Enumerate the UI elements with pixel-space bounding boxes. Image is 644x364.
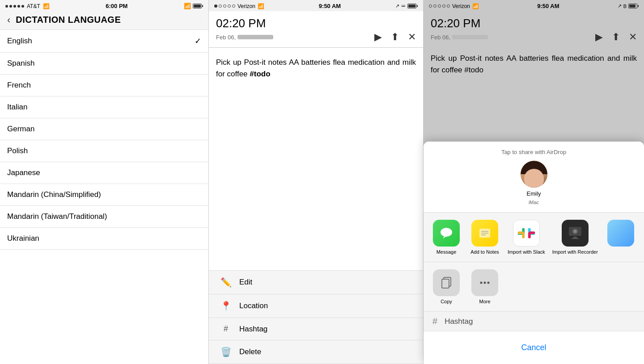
airdrop-section: Tap to share with AirDrop Emily iMac — [424, 142, 644, 213]
copy-action-item[interactable]: Copy — [431, 269, 462, 304]
app-item-slack[interactable]: Import with Slack — [508, 220, 545, 255]
svg-rect-12 — [522, 232, 525, 238]
share-button[interactable]: ⬆ — [391, 31, 399, 43]
status-left-3: Verizon 📶 — [429, 3, 479, 9]
dictation-language-panel: AT&T 📶 6:00 PM 📶 ‹ DICTATION LANGUAGE En… — [0, 0, 209, 364]
play-button-3[interactable]: ▶ — [595, 31, 603, 43]
airdrop-label: Tap to share with AirDrop — [431, 149, 637, 155]
bluetooth-icon: 📶 — [184, 3, 191, 9]
share-button-3[interactable]: ⬆ — [612, 31, 620, 43]
close-button[interactable]: ✕ — [408, 31, 416, 43]
edit-icon: ✏️ — [220, 277, 232, 288]
contact-device: iMac — [529, 200, 539, 205]
signal-dot-empty — [232, 4, 235, 8]
signal-dot — [17, 5, 20, 8]
notes-app-label: Add to Notes — [470, 249, 499, 255]
hashtag-label-partial: Hashtag — [445, 317, 473, 326]
language-name: Italian — [7, 103, 27, 112]
language-name: Polish — [7, 146, 28, 155]
more-action-item[interactable]: More — [469, 269, 500, 304]
avatar-face — [521, 161, 547, 188]
message-app-icon — [433, 220, 460, 247]
language-item-french[interactable]: French — [0, 75, 208, 96]
recorder-app-label: Import with Recorder — [552, 249, 598, 255]
language-item-mandarin-(china/simplified)[interactable]: Mandarin (China/Simplified) — [0, 184, 208, 206]
app-item-recorder[interactable]: Import with Recorder — [552, 220, 598, 255]
memo-content-2: Pick up Post-it notes AA batteries flea … — [209, 48, 423, 270]
language-item-ukrainian[interactable]: Ukrainian — [0, 228, 208, 250]
carrier-label-3: Verizon — [452, 3, 470, 9]
language-item-mandarin-(taiwan/traditional)[interactable]: Mandarin (Taiwan/Traditional) — [0, 206, 208, 228]
memo-header-2: 02:20 PM Feb 06, ▶ ⬆ ✕ — [209, 11, 423, 48]
hashtag-label: Hashtag — [239, 325, 267, 334]
language-item-spanish[interactable]: Spanish — [0, 53, 208, 75]
language-item-polish[interactable]: Polish — [0, 140, 208, 162]
close-button-3[interactable]: ✕ — [629, 31, 637, 43]
edit-action[interactable]: ✏️ Edit — [209, 271, 423, 294]
signal-dot-filled — [214, 4, 217, 8]
cancel-section: Cancel — [424, 331, 644, 364]
signal-dot-empty — [442, 4, 445, 8]
delete-action[interactable]: 🗑️ Delete — [209, 340, 423, 364]
status-bar-1: AT&T 📶 6:00 PM 📶 — [0, 0, 208, 11]
signal-dot — [9, 5, 12, 8]
app-item-message[interactable]: Message — [431, 220, 462, 255]
avatar-face-skin — [524, 169, 544, 188]
location-icon: ↗ — [395, 3, 399, 9]
more-icon-box — [471, 269, 498, 296]
memo-date-blur-3 — [452, 35, 488, 39]
back-button[interactable]: ‹ — [7, 15, 10, 25]
status-bar-2: Verizon 📶 9:50 AM ↗ 𝌃 — [209, 0, 423, 11]
app-item-notes[interactable]: Add to Notes — [469, 220, 500, 255]
location-label: Location — [239, 301, 268, 310]
signal-dot-empty — [228, 4, 231, 8]
hashtag-action-partial: # Hashtag — [424, 312, 644, 331]
play-button[interactable]: ▶ — [374, 31, 382, 43]
wifi-icon-2: 📶 — [258, 3, 264, 9]
language-name: Spanish — [7, 59, 34, 68]
status-bar-3: Verizon 📶 9:50 AM ↗ B — [424, 0, 644, 11]
svg-point-24 — [487, 282, 490, 284]
signal-dot — [21, 5, 24, 8]
voice-memo-panel: Verizon 📶 9:50 AM ↗ 𝌃 02:20 PM Feb 06, ▶ — [209, 0, 424, 364]
svg-point-22 — [480, 282, 483, 284]
svg-rect-18 — [573, 237, 577, 238]
language-item-english[interactable]: English✓ — [0, 30, 208, 53]
memo-date-row-3: Feb 06, ▶ ⬆ ✕ — [431, 31, 637, 43]
memo-date-blur — [237, 35, 273, 39]
hashtag-icon: # — [220, 324, 232, 334]
language-name: German — [7, 125, 34, 134]
signal-dot-empty — [438, 4, 441, 8]
notes-app-icon — [471, 220, 498, 247]
share-sheet-panel: Verizon 📶 9:50 AM ↗ B 02:20 PM Feb 06, ▶ — [424, 0, 644, 364]
memo-hashtag-2: #todo — [250, 70, 270, 78]
status-time-2: 9:50 AM — [319, 3, 341, 9]
status-left-2: Verizon 📶 — [214, 3, 264, 9]
airdrop-contact[interactable]: Emily iMac — [431, 161, 637, 205]
location-icon-3: ↗ — [618, 3, 622, 9]
svg-rect-21 — [442, 279, 449, 288]
wifi-icon: 📶 — [43, 3, 50, 9]
signal-dot-empty — [429, 4, 432, 8]
hashtag-action[interactable]: # Hashtag — [209, 318, 423, 340]
copy-label: Copy — [441, 299, 452, 304]
language-item-german[interactable]: German — [0, 118, 208, 140]
location-action[interactable]: 📍 Location — [209, 294, 423, 318]
status-right-1: 📶 — [184, 3, 203, 9]
status-right-3: ↗ B — [618, 3, 639, 9]
hashtag-icon-partial: # — [432, 316, 437, 326]
app-item-partial[interactable] — [605, 220, 636, 255]
status-left-1: AT&T 📶 — [5, 3, 50, 9]
signal-dot-empty — [433, 4, 436, 8]
memo-time-2: 02:20 PM — [216, 17, 416, 30]
delete-label: Delete — [239, 347, 261, 356]
language-item-japanese[interactable]: Japanese — [0, 162, 208, 184]
language-item-italian[interactable]: Italian — [0, 96, 208, 118]
language-name: Ukrainian — [7, 234, 39, 243]
language-name: Mandarin (China/Simplified) — [7, 190, 101, 199]
wifi-icon-3: 📶 — [472, 3, 479, 9]
delete-icon: 🗑️ — [220, 347, 232, 357]
memo-controls-3: ▶ ⬆ ✕ — [595, 31, 637, 43]
cancel-button[interactable]: Cancel — [431, 337, 637, 359]
actions-icons-section: Copy More — [424, 262, 644, 312]
